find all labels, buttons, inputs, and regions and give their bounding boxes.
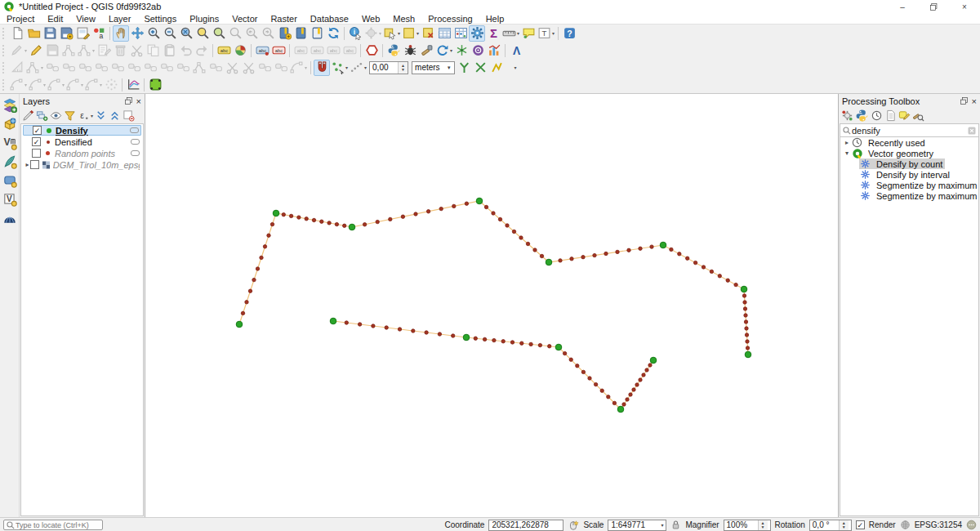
layer-labeling-options[interactable]: abc	[216, 42, 232, 59]
processing-search[interactable]	[840, 123, 979, 137]
menu-database[interactable]: Database	[304, 14, 355, 24]
results-viewer[interactable]	[884, 109, 898, 123]
snapping-toggle[interactable]	[314, 60, 330, 76]
red-hexagon-plugin[interactable]	[363, 42, 380, 59]
add-wms-layer[interactable]	[2, 210, 18, 226]
field-calculator[interactable]	[452, 25, 469, 42]
crs-globe-icon[interactable]	[900, 520, 911, 530]
style-manager[interactable]: a	[91, 25, 107, 42]
first-aid-plugin[interactable]	[402, 42, 418, 59]
add-group[interactable]	[35, 109, 49, 123]
toolbox-item-segmentize-by-maximum-distance[interactable]: Segmentize by maximum distance	[840, 190, 978, 201]
tracing[interactable]: ▾	[349, 60, 368, 76]
filter-legend[interactable]	[63, 109, 77, 123]
snapping-tolerance[interactable]: 0,00▲▼	[369, 61, 408, 74]
close-button[interactable]: ×	[949, 0, 980, 13]
restore-button[interactable]	[918, 0, 949, 13]
menu-view[interactable]: View	[69, 14, 102, 24]
locator-bar[interactable]	[3, 520, 103, 530]
menu-mesh[interactable]: Mesh	[386, 14, 421, 24]
menu-settings[interactable]: Settings	[137, 14, 183, 24]
menu-processing[interactable]: Processing	[421, 14, 479, 24]
zoom-full[interactable]	[178, 25, 194, 42]
manage-map-themes[interactable]	[49, 109, 63, 123]
layer-item-densify[interactable]: ✓Densify	[23, 125, 141, 136]
green-layer-tool[interactable]	[147, 77, 163, 93]
lambda-plugin[interactable]: Λ	[508, 42, 524, 59]
osgeo-plugin[interactable]	[470, 42, 486, 59]
new-virtual-layer[interactable]: V	[2, 191, 18, 207]
history[interactable]	[870, 109, 884, 123]
map-canvas[interactable]	[145, 94, 838, 517]
scale-combobox[interactable]: 1:649771▾	[608, 520, 666, 531]
toolbar-grip[interactable]	[2, 45, 7, 56]
add-spatialite-layer[interactable]	[2, 116, 18, 132]
snapping-units[interactable]: meters▼	[412, 61, 455, 74]
data-plotly-plugin[interactable]	[486, 42, 502, 59]
menu-project[interactable]: Project	[0, 14, 41, 24]
remove-layer[interactable]	[122, 109, 136, 123]
measure[interactable]: ▾	[501, 25, 520, 42]
coordinate-input[interactable]: 205321,262878	[488, 520, 564, 531]
crs-status[interactable]: EPSG:31254	[915, 520, 962, 529]
layer-visibility-checkbox[interactable]	[32, 149, 41, 158]
layer-item-dgm-tirol-10m-epsg31254[interactable]: ▸DGM_Tirol_10m_epsg31254	[23, 159, 141, 170]
menu-vector[interactable]: Vector	[225, 14, 264, 24]
python-scripts[interactable]	[854, 109, 870, 123]
snowflake-plugin[interactable]	[453, 42, 470, 59]
close-panel-icon[interactable]: ×	[136, 96, 141, 106]
refresh-map[interactable]	[325, 25, 341, 42]
toolbox-item-densify-by-count[interactable]: Densify by count	[840, 158, 978, 169]
zoom-out[interactable]	[162, 25, 178, 42]
open-layer-styling[interactable]	[21, 109, 35, 123]
select-features[interactable]: ▾	[382, 25, 401, 42]
models[interactable]	[840, 109, 854, 123]
toolbox-item-segmentize-by-maximum-angle[interactable]: Segmentize by maximum angle	[840, 180, 978, 190]
layout-manager[interactable]	[74, 25, 91, 42]
close-panel-icon[interactable]: ×	[972, 96, 977, 106]
layer-indicator-badge[interactable]	[131, 150, 140, 156]
new-bookmark[interactable]	[276, 25, 292, 42]
plugin-reloader[interactable]: ▾	[434, 42, 453, 59]
menu-layer[interactable]: Layer	[102, 14, 138, 24]
map-tips[interactable]	[520, 25, 537, 42]
toolbox-item-densify-by-interval[interactable]: Densify by interval	[840, 169, 978, 180]
snapping-mode[interactable]: ▾	[330, 60, 349, 76]
toolbar-grip[interactable]	[2, 79, 7, 91]
menu-web[interactable]: Web	[355, 14, 386, 24]
float-panel-icon[interactable]	[124, 96, 133, 105]
menu-edit[interactable]: Edit	[41, 14, 69, 24]
layer-visibility-checkbox[interactable]: ✓	[32, 137, 41, 146]
new-project[interactable]	[9, 25, 25, 42]
pan-to-selection[interactable]	[129, 25, 145, 42]
topological-editing[interactable]	[457, 60, 473, 76]
new-geopackage-layer[interactable]	[2, 154, 18, 170]
processing-toolbox-toggle[interactable]	[469, 25, 485, 42]
deselect-features[interactable]	[420, 25, 436, 42]
self-snapping[interactable]	[489, 60, 506, 76]
lock-scale-icon[interactable]	[670, 520, 681, 530]
select-by-form[interactable]: ▾	[401, 25, 420, 42]
add-vector-layer[interactable]: V	[2, 135, 18, 151]
minimize-button[interactable]: –	[887, 0, 918, 13]
data-source-manager[interactable]	[2, 97, 18, 114]
locator-input[interactable]	[16, 521, 100, 529]
text-annotation[interactable]: T▾	[537, 25, 555, 42]
processing-search-input[interactable]	[852, 126, 967, 136]
rotation-spinbox[interactable]: 0,0 °▲▼	[809, 520, 852, 531]
toolbar-grip[interactable]	[2, 62, 7, 74]
layer-item-random-points[interactable]: Random points	[23, 148, 141, 158]
float-panel-icon[interactable]	[960, 96, 969, 105]
filter-by-expression[interactable]: ε▾	[77, 109, 94, 123]
help[interactable]: ?	[561, 25, 577, 42]
pan-map[interactable]	[113, 25, 129, 42]
profile-tool[interactable]	[125, 77, 141, 93]
save-project-as[interactable]	[58, 25, 74, 42]
expand-all[interactable]	[94, 109, 108, 123]
menu-raster[interactable]: Raster	[264, 14, 303, 24]
layer-diagram-options[interactable]	[232, 42, 248, 59]
render-checkbox[interactable]: ✓	[856, 520, 865, 529]
zoom-in[interactable]	[145, 25, 162, 42]
zoom-to-layer[interactable]	[211, 25, 227, 42]
layer-indicator-badge[interactable]	[130, 127, 139, 133]
